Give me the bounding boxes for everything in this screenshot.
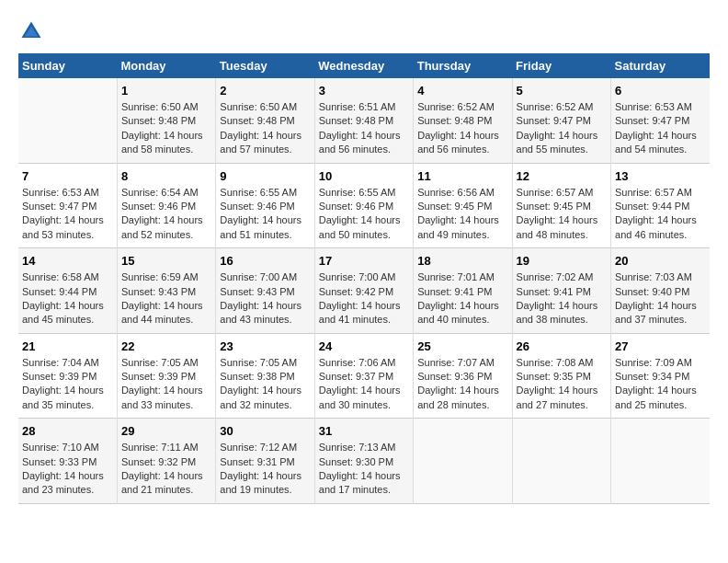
day-number: 18 (417, 254, 507, 268)
calendar-cell: 12 Sunrise: 6:57 AMSunset: 9:45 PMDaylig… (512, 163, 610, 248)
cell-sunrise: Sunrise: 7:04 AMSunset: 9:39 PMDaylight:… (22, 357, 104, 410)
day-number: 10 (319, 169, 409, 183)
day-number: 7 (22, 169, 113, 183)
day-number: 1 (121, 84, 211, 98)
day-number: 2 (220, 84, 310, 98)
cell-sunrise: Sunrise: 7:05 AMSunset: 9:39 PMDaylight:… (121, 357, 203, 410)
calendar-cell: 23 Sunrise: 7:05 AMSunset: 9:38 PMDaylig… (216, 333, 314, 419)
cell-sunrise: Sunrise: 6:55 AMSunset: 9:46 PMDaylight:… (319, 187, 401, 240)
week-row-2: 7 Sunrise: 6:53 AMSunset: 9:47 PMDayligh… (18, 163, 710, 248)
cell-sunrise: Sunrise: 7:13 AMSunset: 9:30 PMDaylight:… (319, 442, 401, 495)
cell-sunrise: Sunrise: 7:08 AMSunset: 9:35 PMDaylight:… (517, 357, 598, 410)
calendar-cell (18, 78, 117, 163)
calendar-cell: 6 Sunrise: 6:53 AMSunset: 9:47 PMDayligh… (611, 78, 710, 163)
day-number: 8 (121, 169, 211, 183)
day-number: 17 (319, 254, 409, 268)
cell-sunrise: Sunrise: 6:57 AMSunset: 9:44 PMDaylight:… (615, 187, 697, 240)
calendar-cell (611, 419, 710, 504)
header-cell-sunday: Sunday (18, 53, 117, 78)
cell-sunrise: Sunrise: 6:52 AMSunset: 9:48 PMDaylight:… (417, 101, 499, 155)
calendar-cell: 7 Sunrise: 6:53 AMSunset: 9:47 PMDayligh… (18, 163, 117, 248)
cell-sunrise: Sunrise: 6:53 AMSunset: 9:47 PMDaylight:… (615, 101, 697, 155)
calendar-cell: 16 Sunrise: 7:00 AMSunset: 9:43 PMDaylig… (216, 248, 314, 334)
calendar-cell: 10 Sunrise: 6:55 AMSunset: 9:46 PMDaylig… (314, 163, 413, 248)
cell-sunrise: Sunrise: 7:00 AMSunset: 9:43 PMDaylight:… (220, 271, 301, 325)
calendar-cell (414, 419, 512, 504)
week-row-3: 14 Sunrise: 6:58 AMSunset: 9:44 PMDaylig… (18, 248, 710, 334)
cell-sunrise: Sunrise: 7:02 AMSunset: 9:41 PMDaylight:… (517, 271, 598, 325)
cell-sunrise: Sunrise: 6:59 AMSunset: 9:43 PMDaylight:… (121, 271, 203, 325)
day-number: 13 (615, 169, 706, 183)
week-row-1: 1 Sunrise: 6:50 AMSunset: 9:48 PMDayligh… (18, 78, 710, 163)
calendar-cell: 3 Sunrise: 6:51 AMSunset: 9:48 PMDayligh… (314, 78, 413, 163)
calendar-cell: 15 Sunrise: 6:59 AMSunset: 9:43 PMDaylig… (117, 248, 215, 334)
calendar-cell: 18 Sunrise: 7:01 AMSunset: 9:41 PMDaylig… (414, 248, 512, 334)
day-number: 29 (121, 424, 211, 438)
day-number: 6 (615, 84, 706, 98)
cell-sunrise: Sunrise: 7:00 AMSunset: 9:42 PMDaylight:… (319, 271, 401, 325)
header-cell-monday: Monday (117, 53, 215, 78)
calendar-cell: 17 Sunrise: 7:00 AMSunset: 9:42 PMDaylig… (314, 248, 413, 334)
calendar-table: SundayMondayTuesdayWednesdayThursdayFrid… (18, 53, 710, 504)
calendar-cell: 1 Sunrise: 6:50 AMSunset: 9:48 PMDayligh… (117, 78, 215, 163)
calendar-cell: 21 Sunrise: 7:04 AMSunset: 9:39 PMDaylig… (18, 333, 117, 419)
day-number: 5 (517, 84, 607, 98)
day-number: 11 (417, 169, 507, 183)
day-number: 19 (517, 254, 607, 268)
day-number: 31 (319, 424, 409, 438)
cell-sunrise: Sunrise: 6:50 AMSunset: 9:48 PMDaylight:… (220, 101, 301, 155)
calendar-cell: 26 Sunrise: 7:08 AMSunset: 9:35 PMDaylig… (512, 333, 610, 419)
calendar-cell: 13 Sunrise: 6:57 AMSunset: 9:44 PMDaylig… (611, 163, 710, 248)
day-number: 30 (220, 424, 310, 438)
header-cell-saturday: Saturday (611, 53, 710, 78)
header-row: SundayMondayTuesdayWednesdayThursdayFrid… (18, 53, 710, 78)
calendar-cell: 8 Sunrise: 6:54 AMSunset: 9:46 PMDayligh… (117, 163, 215, 248)
week-row-4: 21 Sunrise: 7:04 AMSunset: 9:39 PMDaylig… (18, 333, 710, 419)
day-number: 28 (22, 424, 113, 438)
cell-sunrise: Sunrise: 6:52 AMSunset: 9:47 PMDaylight:… (517, 101, 598, 155)
calendar-cell (512, 419, 610, 504)
cell-sunrise: Sunrise: 7:11 AMSunset: 9:32 PMDaylight:… (121, 442, 203, 495)
calendar-cell: 9 Sunrise: 6:55 AMSunset: 9:46 PMDayligh… (216, 163, 314, 248)
header-cell-wednesday: Wednesday (314, 53, 413, 78)
cell-sunrise: Sunrise: 6:56 AMSunset: 9:45 PMDaylight:… (417, 187, 499, 240)
header-cell-thursday: Thursday (414, 53, 512, 78)
cell-sunrise: Sunrise: 7:03 AMSunset: 9:40 PMDaylight:… (615, 271, 697, 325)
cell-sunrise: Sunrise: 6:58 AMSunset: 9:44 PMDaylight:… (22, 271, 104, 325)
calendar-cell: 29 Sunrise: 7:11 AMSunset: 9:32 PMDaylig… (117, 419, 215, 504)
calendar-cell: 5 Sunrise: 6:52 AMSunset: 9:47 PMDayligh… (512, 78, 610, 163)
calendar-cell: 25 Sunrise: 7:07 AMSunset: 9:36 PMDaylig… (414, 333, 512, 419)
logo (18, 18, 48, 44)
day-number: 25 (417, 339, 507, 353)
day-number: 3 (319, 84, 409, 98)
cell-sunrise: Sunrise: 6:57 AMSunset: 9:45 PMDaylight:… (517, 187, 598, 240)
day-number: 9 (220, 169, 310, 183)
cell-sunrise: Sunrise: 7:12 AMSunset: 9:31 PMDaylight:… (220, 442, 301, 495)
day-number: 20 (615, 254, 706, 268)
header-cell-friday: Friday (512, 53, 610, 78)
logo-icon (18, 18, 44, 44)
calendar-cell: 31 Sunrise: 7:13 AMSunset: 9:30 PMDaylig… (314, 419, 413, 504)
day-number: 22 (121, 339, 211, 353)
cell-sunrise: Sunrise: 7:10 AMSunset: 9:33 PMDaylight:… (22, 442, 104, 495)
calendar-cell: 19 Sunrise: 7:02 AMSunset: 9:41 PMDaylig… (512, 248, 610, 334)
day-number: 16 (220, 254, 310, 268)
calendar-cell: 24 Sunrise: 7:06 AMSunset: 9:37 PMDaylig… (314, 333, 413, 419)
cell-sunrise: Sunrise: 6:54 AMSunset: 9:46 PMDaylight:… (121, 187, 203, 240)
day-number: 24 (319, 339, 409, 353)
calendar-cell: 22 Sunrise: 7:05 AMSunset: 9:39 PMDaylig… (117, 333, 215, 419)
calendar-cell: 28 Sunrise: 7:10 AMSunset: 9:33 PMDaylig… (18, 419, 117, 504)
header (18, 18, 710, 44)
calendar-cell: 30 Sunrise: 7:12 AMSunset: 9:31 PMDaylig… (216, 419, 314, 504)
calendar-cell: 27 Sunrise: 7:09 AMSunset: 9:34 PMDaylig… (611, 333, 710, 419)
calendar-cell: 4 Sunrise: 6:52 AMSunset: 9:48 PMDayligh… (414, 78, 512, 163)
day-number: 15 (121, 254, 211, 268)
cell-sunrise: Sunrise: 7:05 AMSunset: 9:38 PMDaylight:… (220, 357, 301, 410)
calendar-cell: 2 Sunrise: 6:50 AMSunset: 9:48 PMDayligh… (216, 78, 314, 163)
day-number: 12 (517, 169, 607, 183)
day-number: 21 (22, 339, 113, 353)
header-cell-tuesday: Tuesday (216, 53, 314, 78)
cell-sunrise: Sunrise: 7:09 AMSunset: 9:34 PMDaylight:… (615, 357, 697, 410)
calendar-cell: 11 Sunrise: 6:56 AMSunset: 9:45 PMDaylig… (414, 163, 512, 248)
cell-sunrise: Sunrise: 7:06 AMSunset: 9:37 PMDaylight:… (319, 357, 401, 410)
